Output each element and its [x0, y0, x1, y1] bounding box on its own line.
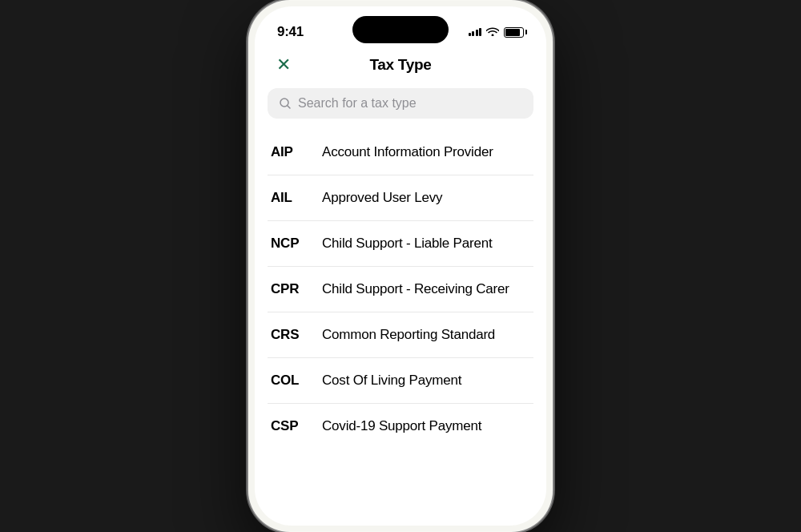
tax-name: Cost Of Living Payment — [322, 373, 461, 389]
tax-name: Covid-19 Support Payment — [322, 418, 481, 434]
tax-code: CSP — [271, 418, 306, 434]
close-icon[interactable]: ✕ — [276, 56, 291, 74]
tax-list-item[interactable]: CPRChild Support - Receiving Carer — [268, 267, 533, 312]
tax-name: Common Reporting Standard — [322, 327, 495, 343]
page-title: Tax Type — [369, 56, 431, 74]
tax-code: COL — [271, 373, 306, 389]
tax-list-item[interactable]: CRSCommon Reporting Standard — [268, 312, 533, 358]
app-content: ✕ Tax Type Search for a tax type AIPAcco… — [255, 46, 546, 526]
battery-icon — [504, 27, 524, 38]
tax-list-item[interactable]: COLCost Of Living Payment — [268, 358, 533, 404]
tax-name: Account Information Provider — [322, 144, 493, 160]
status-bar: 9:41 — [255, 6, 546, 46]
search-bar[interactable]: Search for a tax type — [268, 88, 533, 119]
page-header: ✕ Tax Type — [255, 46, 546, 82]
search-icon — [279, 97, 292, 110]
tax-list-item[interactable]: AILApproved User Levy — [268, 175, 533, 221]
wifi-icon — [486, 26, 499, 38]
tax-name: Child Support - Receiving Carer — [322, 281, 509, 297]
tax-name: Child Support - Liable Parent — [322, 236, 493, 252]
tax-code: AIP — [271, 144, 306, 160]
phone-frame: 9:41 — [248, 0, 553, 532]
tax-code: CRS — [271, 327, 306, 343]
search-placeholder: Search for a tax type — [298, 96, 417, 111]
search-container: Search for a tax type — [255, 82, 546, 130]
tax-type-list[interactable]: AIPAccount Information ProviderAILApprov… — [255, 130, 546, 526]
dynamic-island — [352, 16, 449, 43]
tax-code: AIL — [271, 190, 306, 206]
close-button[interactable]: ✕ — [271, 52, 296, 78]
tax-code: CPR — [271, 281, 306, 297]
status-time: 9:41 — [277, 24, 304, 40]
tax-list-item[interactable]: AIPAccount Information Provider — [268, 130, 533, 175]
tax-code: NCP — [271, 236, 306, 252]
tax-list-item[interactable]: CSPCovid-19 Support Payment — [268, 404, 533, 449]
status-icons — [469, 26, 525, 38]
tax-list-item[interactable]: NCPChild Support - Liable Parent — [268, 221, 533, 267]
tax-name: Approved User Levy — [322, 190, 442, 206]
signal-icon — [469, 28, 482, 36]
phone-screen: 9:41 — [255, 6, 546, 526]
